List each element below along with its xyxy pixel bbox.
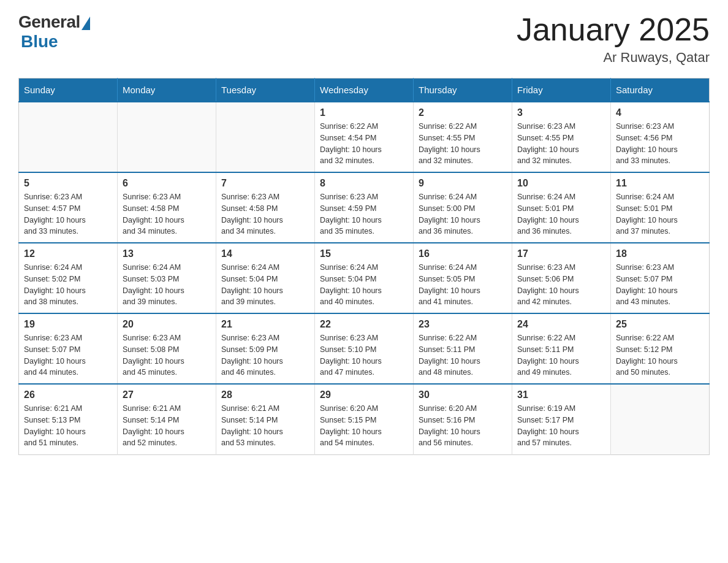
calendar-day-cell: 7Sunrise: 6:23 AMSunset: 4:58 PMDaylight…: [216, 172, 315, 243]
day-number: 24: [517, 319, 605, 330]
day-number: 27: [123, 389, 211, 400]
day-of-week-header: Sunday: [19, 79, 118, 102]
day-info: Sunrise: 6:20 AMSunset: 5:16 PMDaylight:…: [419, 403, 507, 449]
calendar-day-cell: 11Sunrise: 6:24 AMSunset: 5:01 PMDayligh…: [611, 172, 710, 243]
calendar-day-cell: 8Sunrise: 6:23 AMSunset: 4:59 PMDaylight…: [315, 172, 414, 243]
day-info: Sunrise: 6:23 AMSunset: 4:57 PMDaylight:…: [24, 191, 112, 237]
day-info: Sunrise: 6:21 AMSunset: 5:14 PMDaylight:…: [221, 403, 309, 449]
day-number: 6: [123, 178, 211, 189]
day-info: Sunrise: 6:23 AMSunset: 5:07 PMDaylight:…: [616, 262, 704, 308]
day-number: 25: [616, 319, 704, 330]
calendar-day-cell: 14Sunrise: 6:24 AMSunset: 5:04 PMDayligh…: [216, 243, 315, 313]
day-info: Sunrise: 6:20 AMSunset: 5:15 PMDaylight:…: [320, 403, 408, 449]
day-number: 10: [517, 178, 605, 189]
calendar-week-row: 12Sunrise: 6:24 AMSunset: 5:02 PMDayligh…: [19, 243, 710, 313]
calendar-day-cell: 24Sunrise: 6:22 AMSunset: 5:11 PMDayligh…: [512, 313, 611, 384]
calendar-day-cell: 27Sunrise: 6:21 AMSunset: 5:14 PMDayligh…: [118, 384, 216, 454]
day-number: 8: [320, 178, 408, 189]
calendar-day-cell: 6Sunrise: 6:23 AMSunset: 4:58 PMDaylight…: [118, 172, 216, 243]
calendar-week-row: 26Sunrise: 6:21 AMSunset: 5:13 PMDayligh…: [19, 384, 710, 454]
calendar-day-cell: 2Sunrise: 6:22 AMSunset: 4:55 PMDaylight…: [414, 102, 512, 172]
day-number: 22: [320, 319, 408, 330]
day-number: 4: [616, 107, 704, 118]
page-header: General Blue January 2025 Ar Ruways, Qat…: [18, 12, 710, 66]
calendar-day-cell: 17Sunrise: 6:23 AMSunset: 5:06 PMDayligh…: [512, 243, 611, 313]
day-info: Sunrise: 6:21 AMSunset: 5:14 PMDaylight:…: [123, 403, 211, 449]
calendar-subtitle: Ar Ruways, Qatar: [517, 50, 710, 66]
calendar-day-cell: 22Sunrise: 6:23 AMSunset: 5:10 PMDayligh…: [315, 313, 414, 384]
day-info: Sunrise: 6:22 AMSunset: 5:11 PMDaylight:…: [419, 332, 507, 378]
calendar-day-cell: 10Sunrise: 6:24 AMSunset: 5:01 PMDayligh…: [512, 172, 611, 243]
day-info: Sunrise: 6:23 AMSunset: 5:07 PMDaylight:…: [24, 332, 112, 378]
calendar-day-cell: 12Sunrise: 6:24 AMSunset: 5:02 PMDayligh…: [19, 243, 118, 313]
calendar-day-cell: [216, 102, 315, 172]
logo-general-text: General: [18, 12, 80, 32]
calendar-day-cell: 3Sunrise: 6:23 AMSunset: 4:55 PMDaylight…: [512, 102, 611, 172]
calendar-day-cell: 1Sunrise: 6:22 AMSunset: 4:54 PMDaylight…: [315, 102, 414, 172]
day-info: Sunrise: 6:24 AMSunset: 5:01 PMDaylight:…: [616, 191, 704, 237]
calendar-header-row: SundayMondayTuesdayWednesdayThursdayFrid…: [19, 79, 710, 102]
day-number: 5: [24, 178, 112, 189]
day-info: Sunrise: 6:21 AMSunset: 5:13 PMDaylight:…: [24, 403, 112, 449]
calendar-title: January 2025: [517, 12, 710, 47]
day-of-week-header: Thursday: [414, 79, 512, 102]
title-area: January 2025 Ar Ruways, Qatar: [517, 12, 710, 66]
day-number: 28: [221, 389, 309, 400]
day-number: 31: [517, 389, 605, 400]
calendar-week-row: 19Sunrise: 6:23 AMSunset: 5:07 PMDayligh…: [19, 313, 710, 384]
calendar-day-cell: 21Sunrise: 6:23 AMSunset: 5:09 PMDayligh…: [216, 313, 315, 384]
day-info: Sunrise: 6:23 AMSunset: 4:59 PMDaylight:…: [320, 191, 408, 237]
day-number: 20: [123, 319, 211, 330]
calendar-day-cell: 19Sunrise: 6:23 AMSunset: 5:07 PMDayligh…: [19, 313, 118, 384]
day-info: Sunrise: 6:24 AMSunset: 5:00 PMDaylight:…: [419, 191, 507, 237]
calendar-day-cell: 25Sunrise: 6:22 AMSunset: 5:12 PMDayligh…: [611, 313, 710, 384]
calendar-day-cell: [611, 384, 710, 454]
day-number: 26: [24, 389, 112, 400]
day-number: 23: [419, 319, 507, 330]
logo: General Blue: [18, 12, 90, 52]
day-info: Sunrise: 6:23 AMSunset: 5:10 PMDaylight:…: [320, 332, 408, 378]
day-number: 2: [419, 107, 507, 118]
day-number: 14: [221, 248, 309, 259]
day-info: Sunrise: 6:24 AMSunset: 5:05 PMDaylight:…: [419, 262, 507, 308]
calendar-day-cell: 30Sunrise: 6:20 AMSunset: 5:16 PMDayligh…: [414, 384, 512, 454]
day-info: Sunrise: 6:24 AMSunset: 5:04 PMDaylight:…: [320, 262, 408, 308]
day-of-week-header: Saturday: [611, 79, 710, 102]
day-info: Sunrise: 6:23 AMSunset: 5:08 PMDaylight:…: [123, 332, 211, 378]
day-number: 1: [320, 107, 408, 118]
day-info: Sunrise: 6:23 AMSunset: 4:58 PMDaylight:…: [221, 191, 309, 237]
day-number: 16: [419, 248, 507, 259]
day-info: Sunrise: 6:23 AMSunset: 4:55 PMDaylight:…: [517, 121, 605, 167]
calendar-day-cell: 9Sunrise: 6:24 AMSunset: 5:00 PMDaylight…: [414, 172, 512, 243]
calendar-day-cell: 23Sunrise: 6:22 AMSunset: 5:11 PMDayligh…: [414, 313, 512, 384]
day-number: 19: [24, 319, 112, 330]
day-info: Sunrise: 6:23 AMSunset: 4:56 PMDaylight:…: [616, 121, 704, 167]
calendar-day-cell: 28Sunrise: 6:21 AMSunset: 5:14 PMDayligh…: [216, 384, 315, 454]
calendar-day-cell: [118, 102, 216, 172]
day-number: 15: [320, 248, 408, 259]
calendar-day-cell: 4Sunrise: 6:23 AMSunset: 4:56 PMDaylight…: [611, 102, 710, 172]
day-of-week-header: Friday: [512, 79, 611, 102]
day-number: 9: [419, 178, 507, 189]
day-info: Sunrise: 6:22 AMSunset: 4:54 PMDaylight:…: [320, 121, 408, 167]
day-info: Sunrise: 6:23 AMSunset: 5:06 PMDaylight:…: [517, 262, 605, 308]
day-info: Sunrise: 6:22 AMSunset: 4:55 PMDaylight:…: [419, 121, 507, 167]
calendar-day-cell: 26Sunrise: 6:21 AMSunset: 5:13 PMDayligh…: [19, 384, 118, 454]
calendar-day-cell: 18Sunrise: 6:23 AMSunset: 5:07 PMDayligh…: [611, 243, 710, 313]
calendar-day-cell: [19, 102, 118, 172]
day-info: Sunrise: 6:24 AMSunset: 5:04 PMDaylight:…: [221, 262, 309, 308]
logo-blue-text: Blue: [21, 32, 58, 52]
calendar-day-cell: 5Sunrise: 6:23 AMSunset: 4:57 PMDaylight…: [19, 172, 118, 243]
day-info: Sunrise: 6:24 AMSunset: 5:01 PMDaylight:…: [517, 191, 605, 237]
calendar-week-row: 5Sunrise: 6:23 AMSunset: 4:57 PMDaylight…: [19, 172, 710, 243]
calendar-day-cell: 31Sunrise: 6:19 AMSunset: 5:17 PMDayligh…: [512, 384, 611, 454]
day-info: Sunrise: 6:24 AMSunset: 5:02 PMDaylight:…: [24, 262, 112, 308]
calendar-day-cell: 15Sunrise: 6:24 AMSunset: 5:04 PMDayligh…: [315, 243, 414, 313]
day-number: 29: [320, 389, 408, 400]
day-of-week-header: Tuesday: [216, 79, 315, 102]
calendar-week-row: 1Sunrise: 6:22 AMSunset: 4:54 PMDaylight…: [19, 102, 710, 172]
day-info: Sunrise: 6:24 AMSunset: 5:03 PMDaylight:…: [123, 262, 211, 308]
day-number: 13: [123, 248, 211, 259]
day-of-week-header: Wednesday: [315, 79, 414, 102]
day-number: 11: [616, 178, 704, 189]
